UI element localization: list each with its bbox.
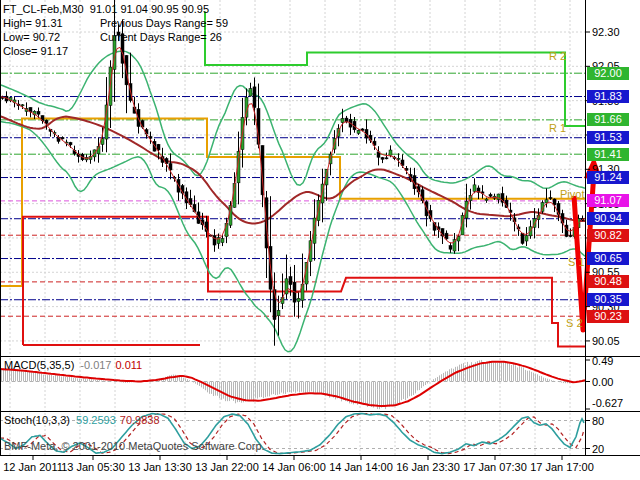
macd-panel <box>0 360 585 409</box>
chart-canvas[interactable] <box>0 0 640 480</box>
stochastic-panel <box>0 414 585 454</box>
price-scale[interactable] <box>586 0 640 456</box>
time-scale[interactable] <box>0 456 640 480</box>
grid-lines <box>0 0 585 455</box>
chart-window: FT_CL-Feb,M30 91.01 91.04 90.95 90.95 Hi… <box>0 0 640 480</box>
fast-ma-line <box>0 47 585 302</box>
